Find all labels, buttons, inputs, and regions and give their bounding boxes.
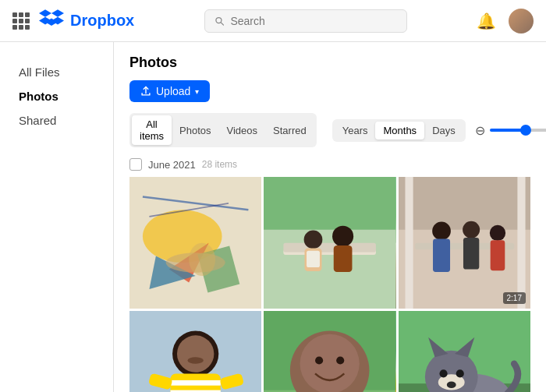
filter-videos[interactable]: Videos [219,122,266,139]
layout: All Files Photos Shared Photos Upload ▾ … [0,42,546,392]
svg-rect-46 [170,380,220,386]
svg-point-70 [439,370,447,378]
photo-dog-image [399,311,530,392]
upload-icon [140,86,151,97]
svg-marker-1 [51,9,64,17]
sidebar-item-shared[interactable]: Shared [12,109,101,132]
section-checkbox[interactable] [129,158,142,171]
photo-item-boy1[interactable] [129,311,261,392]
section-count: 28 items [202,159,237,170]
photo-item-art[interactable] [129,177,261,309]
upload-chevron-icon: ▾ [195,87,199,96]
type-filter-group: All items Photos Videos Starred [129,113,317,147]
svg-point-52 [188,358,204,364]
header-center [134,9,477,33]
avatar-image [509,9,534,34]
svg-point-57 [300,334,360,392]
section-date-label: June 2021 [148,159,196,171]
header: Dropbox 🔔 [0,0,546,42]
upload-label: Upload [156,85,190,97]
filter-months[interactable]: Months [375,122,424,139]
photo-item-dog[interactable] [399,311,530,392]
svg-line-6 [221,22,223,24]
svg-rect-36 [463,238,479,270]
search-bar[interactable] [204,9,407,33]
photo-family1-image [264,177,395,309]
avatar[interactable] [509,9,534,34]
zoom-controls: ⊖ ⊕ [475,123,546,138]
svg-point-35 [463,221,480,238]
sidebar-item-photos[interactable]: Photos [12,85,101,108]
svg-point-71 [456,370,463,378]
svg-point-72 [446,382,456,388]
filter-starred[interactable]: Starred [265,122,314,139]
video-duration-badge: 2:17 [503,292,526,304]
filter-years[interactable]: Years [335,122,376,139]
svg-point-62 [336,357,344,365]
time-filter-group: Years Months Days [332,119,466,142]
photo-art-image [129,177,261,309]
photo-item-porch[interactable]: 2:17 [399,177,530,309]
svg-rect-26 [334,245,353,272]
svg-point-37 [489,225,505,241]
dropbox-icon [39,7,64,35]
svg-marker-0 [39,9,51,17]
photo-item-family1[interactable] [264,177,395,309]
svg-point-25 [332,226,353,247]
filter-days[interactable]: Days [424,122,463,139]
zoom-out-icon[interactable]: ⊖ [475,123,485,138]
svg-rect-22 [284,243,377,253]
header-right: 🔔 [477,9,534,34]
svg-rect-27 [307,251,320,267]
photo-grid: 2:17 [129,177,530,392]
section-header: June 2021 28 items [129,158,530,171]
search-input[interactable] [230,15,396,27]
sidebar-item-all-files[interactable]: All Files [12,61,101,83]
svg-rect-29 [399,177,530,230]
search-icon [214,16,225,26]
page-title: Photos [129,55,530,71]
photo-boy2-image [264,311,395,392]
svg-point-17 [189,243,215,276]
dropbox-label: Dropbox [70,12,134,30]
filter-photos[interactable]: Photos [172,122,218,139]
main-content: Photos Upload ▾ All items Photos Videos … [113,42,546,392]
grid-menu-icon[interactable] [12,12,30,30]
svg-rect-38 [490,240,505,270]
photo-boy1-image [129,311,261,392]
svg-point-51 [177,336,214,373]
svg-rect-31 [517,177,525,309]
dropbox-logo[interactable]: Dropbox [39,7,134,35]
header-left: Dropbox [12,7,134,35]
sidebar: All Files Photos Shared [0,42,113,392]
upload-button[interactable]: Upload ▾ [129,80,210,102]
zoom-slider[interactable] [490,129,546,132]
svg-point-23 [304,231,323,249]
filter-all-items[interactable]: All items [132,115,172,145]
photo-porch-image [399,177,530,309]
photo-item-boy2[interactable] [264,311,395,392]
notification-bell-icon[interactable]: 🔔 [477,12,496,30]
svg-rect-34 [433,239,450,272]
filter-bar: All items Photos Videos Starred Years Mo… [129,113,530,147]
svg-point-33 [432,222,451,241]
svg-rect-30 [405,177,413,309]
svg-point-61 [315,357,323,365]
svg-rect-20 [264,230,395,309]
